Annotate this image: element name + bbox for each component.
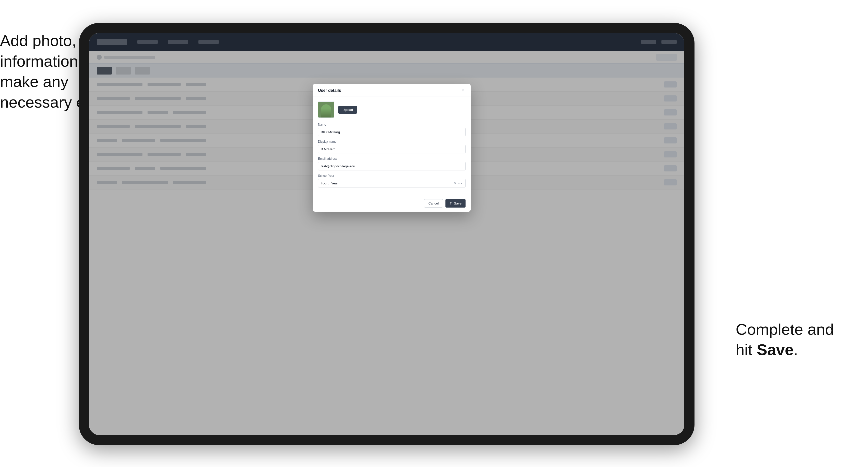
display-name-label: Display name	[318, 140, 466, 144]
modal-body: Upload Name Display name	[313, 96, 471, 196]
school-year-select-wrapper: Fourth Year × ▲▼	[318, 179, 466, 187]
school-year-select[interactable]: Fourth Year × ▲▼	[318, 179, 466, 187]
tablet-screen: User details × Upload	[89, 33, 684, 435]
modal-dialog: User details × Upload	[313, 84, 471, 212]
modal-footer: Cancel ⬆ Save	[313, 196, 471, 212]
annotation-right-line2: hit Save.	[736, 341, 798, 359]
app-background: User details × Upload	[89, 33, 684, 435]
school-year-field-group: School Year Fourth Year × ▲▼	[318, 174, 466, 187]
name-label: Name	[318, 123, 466, 126]
save-label: Save	[454, 201, 462, 205]
email-label: Email address	[318, 157, 466, 160]
photo-section: Upload	[318, 101, 466, 118]
chevron-down-icon: ▲▼	[458, 182, 463, 185]
right-annotation: Complete and hit Save.	[736, 319, 863, 360]
tablet-device: User details × Upload	[79, 23, 694, 445]
display-name-input[interactable]	[318, 145, 466, 153]
save-icon: ⬆	[450, 201, 452, 205]
select-clear-icon[interactable]: ×	[454, 181, 456, 185]
annotation-line3: make any	[0, 73, 68, 90]
modal-title: User details	[318, 88, 341, 93]
name-input[interactable]	[318, 128, 466, 136]
select-icons: × ▲▼	[454, 181, 463, 185]
modal-header: User details ×	[313, 84, 471, 96]
email-input[interactable]	[318, 162, 466, 170]
annotation-right-line1: Complete and	[736, 320, 834, 338]
modal-close-button[interactable]: ×	[461, 88, 466, 93]
user-photo-thumbnail	[318, 101, 334, 118]
name-field-group: Name	[318, 123, 466, 136]
email-field-group: Email address	[318, 157, 466, 170]
upload-photo-button[interactable]: Upload	[338, 106, 357, 114]
display-name-field-group: Display name	[318, 140, 466, 153]
school-year-value: Fourth Year	[321, 181, 338, 185]
cancel-button[interactable]: Cancel	[424, 199, 443, 208]
school-year-label: School Year	[318, 174, 466, 178]
modal-overlay: User details × Upload	[89, 33, 684, 435]
photo-person-shape	[321, 104, 331, 118]
save-button[interactable]: ⬆ Save	[445, 199, 466, 208]
